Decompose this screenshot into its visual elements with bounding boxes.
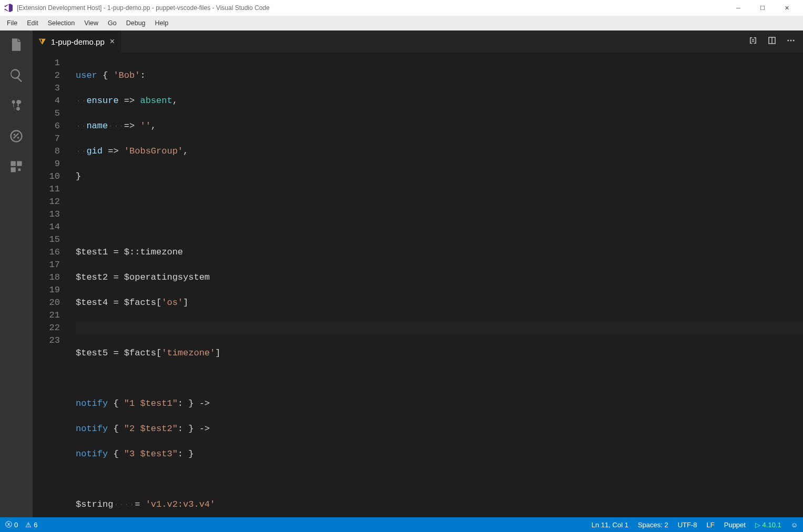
vscode-icon bbox=[4, 4, 13, 12]
split-editor-icon[interactable] bbox=[767, 36, 777, 47]
status-puppet-version[interactable]: ▷ 4.10.1 bbox=[755, 521, 781, 529]
minimize-button[interactable]: ─ bbox=[726, 5, 750, 11]
svg-point-1 bbox=[790, 40, 792, 42]
status-bar: ⓧ 0 ⚠ 6 Ln 11, Col 1 Spaces: 2 UTF-8 LF … bbox=[0, 517, 803, 532]
extensions-icon[interactable] bbox=[8, 159, 24, 175]
status-position[interactable]: Ln 11, Col 1 bbox=[592, 521, 628, 529]
code-content[interactable]: user { 'Bob': ··ensure => absent, ··name… bbox=[69, 53, 803, 517]
status-encoding[interactable]: UTF-8 bbox=[678, 521, 697, 529]
code-editor[interactable]: 123 456 789 101112 131415 161718 192021 … bbox=[33, 53, 803, 517]
status-errors[interactable]: ⓧ 0 bbox=[5, 520, 18, 529]
titlebar: [Extension Development Host] - 1-pup-dem… bbox=[0, 0, 803, 16]
status-language[interactable]: Puppet bbox=[724, 521, 746, 529]
warning-icon: ⚠ bbox=[25, 521, 32, 529]
activity-bar bbox=[0, 30, 33, 517]
status-warnings[interactable]: ⚠ 6 bbox=[25, 521, 37, 529]
svg-point-2 bbox=[793, 40, 795, 42]
menu-view[interactable]: View bbox=[79, 19, 103, 27]
menu-help[interactable]: Help bbox=[150, 19, 174, 27]
puppet-file-icon: ⧩ bbox=[39, 37, 46, 46]
line-gutter: 123 456 789 101112 131415 161718 192021 … bbox=[33, 53, 69, 517]
compare-icon[interactable] bbox=[748, 36, 758, 47]
menu-file[interactable]: File bbox=[2, 19, 22, 27]
window-title: [Extension Development Host] - 1-pup-dem… bbox=[17, 4, 270, 12]
tab-label: 1-pup-demo.pp bbox=[51, 37, 105, 46]
maximize-button[interactable]: ☐ bbox=[750, 5, 775, 12]
tab-file[interactable]: ⧩ 1-pup-demo.pp × bbox=[33, 30, 121, 53]
menu-go[interactable]: Go bbox=[103, 19, 121, 27]
debug-icon[interactable] bbox=[8, 128, 24, 144]
search-icon[interactable] bbox=[8, 67, 24, 83]
tab-bar: ⧩ 1-pup-demo.pp × bbox=[33, 30, 803, 53]
menu-edit[interactable]: Edit bbox=[22, 19, 43, 27]
close-window-button[interactable]: ✕ bbox=[775, 5, 799, 12]
error-icon: ⓧ bbox=[5, 520, 12, 529]
menu-debug[interactable]: Debug bbox=[121, 19, 150, 27]
menu-selection[interactable]: Selection bbox=[43, 19, 79, 27]
close-tab-icon[interactable]: × bbox=[110, 37, 115, 46]
status-eol[interactable]: LF bbox=[707, 521, 715, 529]
more-icon[interactable] bbox=[786, 36, 796, 47]
menubar: File Edit Selection View Go Debug Help bbox=[0, 16, 803, 30]
explorer-icon[interactable] bbox=[8, 37, 24, 53]
status-indent[interactable]: Spaces: 2 bbox=[638, 521, 668, 529]
svg-point-0 bbox=[787, 40, 789, 42]
source-control-icon[interactable] bbox=[8, 98, 24, 114]
feedback-icon[interactable]: ☺ bbox=[791, 521, 798, 529]
